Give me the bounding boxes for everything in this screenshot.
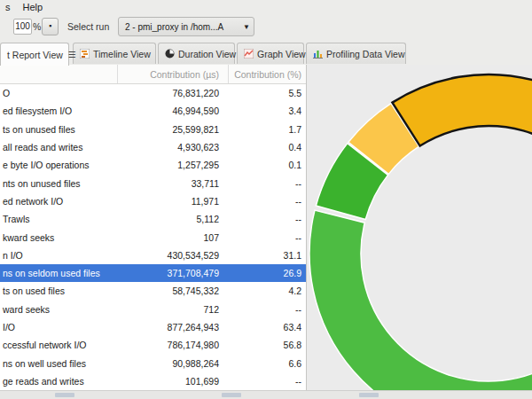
apply-zoom-icon: ▪	[49, 21, 51, 30]
row-contribution-us: 371,708,479	[117, 268, 228, 278]
row-contribution-pct: 31.1	[228, 250, 306, 261]
row-contribution-us: 5,112	[117, 214, 228, 224]
menu-item-help[interactable]: Help	[23, 2, 43, 12]
row-contribution-pct: 6.6	[228, 358, 306, 369]
row-contribution-us: 712	[117, 304, 228, 315]
row-contribution-us: 1,257,295	[117, 160, 228, 170]
row-name: ge reads and writes	[0, 376, 117, 387]
row-name: nts on unused files	[0, 178, 117, 189]
table-row[interactable]: ed filesystem I/O46,994,5903.4	[0, 102, 306, 120]
table-row[interactable]: ward seeks712--	[0, 301, 306, 318]
row-contribution-us: 101,699	[117, 376, 228, 387]
report-table-pane: Contribution (µs) Contribution (%) O76,8…	[0, 65, 306, 390]
row-name: Trawls	[0, 214, 117, 224]
tab-timeline-view[interactable]: Timeline View	[73, 43, 156, 64]
row-contribution-pct: --	[228, 232, 306, 243]
row-name: ed network I/O	[0, 196, 117, 207]
tab-timeline-view-label: Timeline View	[93, 49, 151, 59]
row-contribution-us: 46,994,590	[117, 106, 228, 116]
row-contribution-pct: --	[228, 304, 306, 315]
tab-report-view[interactable]: t Report View ☰	[0, 43, 69, 66]
row-name: ts on unused files	[0, 124, 117, 135]
row-contribution-us: 11,971	[117, 196, 228, 207]
donut-chart[interactable]	[307, 65, 532, 390]
row-contribution-pct: --	[228, 376, 306, 387]
row-contribution-us: 4,930,623	[117, 142, 228, 153]
table-row[interactable]: ccessful network I/O786,174,98056.8	[0, 336, 306, 354]
zoom-percent-input[interactable]: 100	[13, 19, 32, 35]
row-name: n I/O	[0, 250, 117, 261]
table-row[interactable]: ts on used files58,745,3324.2	[0, 282, 306, 300]
scrollbar-tick	[222, 393, 241, 397]
row-contribution-us: 58,745,332	[117, 286, 228, 296]
scrollbar-tick	[359, 393, 379, 397]
table-row[interactable]: ge reads and writes101,699--	[0, 372, 306, 390]
tab-duration-view[interactable]: Duration View	[158, 43, 235, 64]
horizontal-scrollbar[interactable]	[0, 390, 532, 399]
row-contribution-us: 786,174,980	[117, 340, 228, 350]
bar-chart-icon	[313, 49, 323, 59]
row-name: I/O	[0, 322, 117, 332]
row-contribution-pct: 26.9	[228, 268, 306, 278]
chevron-down-icon: ▼	[239, 23, 254, 31]
column-header-contribution-us[interactable]: Contribution (µs)	[117, 65, 228, 83]
select-run-label: Select run	[67, 21, 109, 32]
clock-icon	[165, 49, 175, 59]
chart-pane	[306, 65, 532, 390]
row-name: O	[0, 88, 117, 98]
table-row[interactable]: ns on seldom used files371,708,47926.9	[0, 264, 306, 282]
tab-graph-view[interactable]: Graph View	[237, 43, 304, 64]
table-row[interactable]: ts on unused files25,599,8211.7	[0, 121, 306, 138]
row-name: kward seeks	[0, 232, 117, 243]
table-body: O76,831,2205.5ed filesystem I/O46,994,59…	[0, 84, 306, 390]
row-contribution-us: 25,599,821	[117, 124, 228, 135]
tab-report-view-label: t Report View	[7, 50, 63, 60]
table-row[interactable]: I/O877,264,94363.4	[0, 318, 306, 336]
apply-zoom-button[interactable]: ▪	[42, 18, 59, 35]
graph-icon	[244, 49, 254, 59]
row-contribution-pct: 1.7	[228, 124, 306, 135]
row-contribution-pct: --	[228, 196, 306, 207]
row-name: ed filesystem I/O	[0, 106, 117, 116]
row-contribution-us: 107	[117, 232, 228, 243]
toolbar: 100 % ▪ Select run 2 - pmi_proxy in /hom…	[0, 13, 532, 42]
donut-slice-selected[interactable]	[392, 74, 532, 198]
scrollbar-tick	[55, 393, 74, 397]
row-contribution-pct: 3.4	[228, 106, 306, 116]
row-contribution-pct: 0.1	[228, 160, 306, 170]
row-contribution-pct: 4.2	[228, 286, 306, 296]
view-tabbar: t Report View ☰ Timeline View Duration V…	[0, 41, 532, 66]
row-name: e byte I/O operations	[0, 160, 117, 170]
column-header-contribution-pct[interactable]: Contribution (%)	[228, 65, 306, 83]
row-contribution-us: 90,988,264	[117, 358, 228, 369]
tab-profiling-data-view[interactable]: Profiling Data View	[306, 43, 406, 64]
row-name: ns on seldom used files	[0, 268, 117, 278]
table-row[interactable]: nts on unused files33,711--	[0, 174, 306, 192]
row-contribution-us: 877,264,943	[117, 322, 228, 332]
table-row[interactable]: Trawls5,112--	[0, 210, 306, 228]
menu-item-cutoff[interactable]: s	[5, 2, 11, 12]
row-name: ns on well used files	[0, 358, 117, 369]
menu-icon[interactable]: ☰	[68, 50, 76, 59]
row-contribution-pct: --	[228, 178, 306, 189]
row-name: ts on used files	[0, 286, 117, 296]
table-row[interactable]: ns on well used files90,988,2646.6	[0, 354, 306, 372]
row-contribution-pct: 63.4	[228, 322, 306, 332]
timeline-icon	[80, 49, 90, 59]
table-row[interactable]: kward seeks107--	[0, 228, 306, 246]
run-select-dropdown[interactable]: 2 - pmi_proxy in /hom...A ▼	[118, 17, 254, 36]
table-row[interactable]: e byte I/O operations1,257,2950.1	[0, 156, 306, 174]
table-row[interactable]: O76,831,2205.5	[0, 84, 306, 102]
run-select-value: 2 - pmi_proxy in /hom...A	[119, 22, 239, 32]
row-name: ward seeks	[0, 304, 117, 315]
row-contribution-pct: 5.5	[228, 88, 306, 98]
tab-graph-view-label: Graph View	[257, 49, 306, 59]
table-row[interactable]: all reads and writes4,930,6230.4	[0, 138, 306, 156]
row-name: ccessful network I/O	[0, 340, 117, 350]
menubar: s Help	[0, 0, 532, 13]
row-name: all reads and writes	[0, 142, 117, 153]
table-row[interactable]: ed network I/O11,971--	[0, 192, 306, 210]
table-row[interactable]: n I/O430,534,52931.1	[0, 246, 306, 264]
row-contribution-pct: --	[228, 214, 306, 224]
tab-profiling-data-view-label: Profiling Data View	[326, 49, 405, 59]
